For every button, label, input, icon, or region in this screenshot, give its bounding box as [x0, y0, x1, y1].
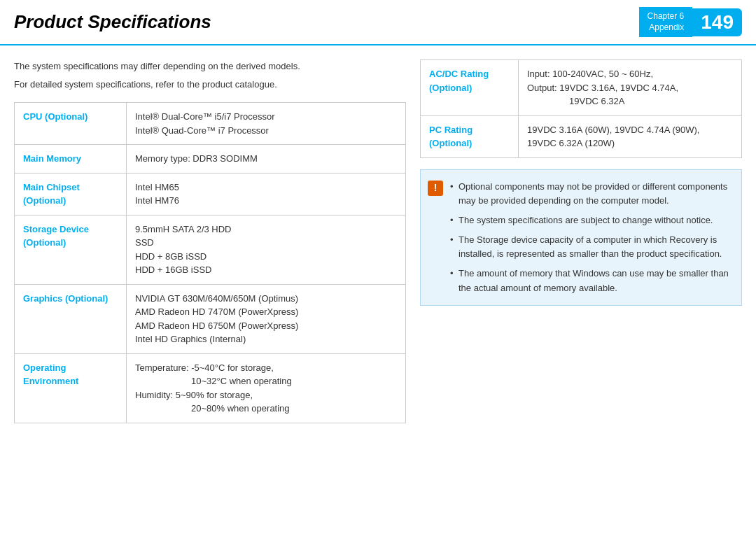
chapter-badge: Chapter 6Appendix 149 [639, 7, 742, 37]
page-title: Product Specifications [14, 11, 211, 33]
spec-label: OperatingEnvironment [15, 353, 127, 423]
spec-row: CPU (Optional)Intel® Dual-Core™ i5/i7 Pr… [15, 103, 406, 145]
spec-value: Intel HM65Intel HM76 [127, 173, 406, 215]
intro-line2: For detailed system specifications, refe… [14, 78, 406, 92]
rating-label: PC Rating(Optional) [421, 115, 519, 157]
specs-table: CPU (Optional)Intel® Dual-Core™ i5/i7 Pr… [14, 102, 406, 423]
spec-label: Storage Device(Optional) [15, 215, 127, 284]
spec-row: Storage Device(Optional)9.5mmH SATA 2/3 … [15, 215, 406, 284]
spec-row: Main Chipset(Optional)Intel HM65Intel HM… [15, 173, 406, 215]
spec-value: 9.5mmH SATA 2/3 HDDSSDHDD + 8GB iSSDHDD … [127, 215, 406, 284]
spec-label: Main Chipset(Optional) [15, 173, 127, 215]
spec-value: Memory type: DDR3 SODIMM [127, 145, 406, 174]
spec-label: Graphics (Optional) [15, 284, 127, 353]
spec-value: Temperature: -5~40°C for storage,10~32°C… [127, 353, 406, 423]
spec-row: Main MemoryMemory type: DDR3 SODIMM [15, 145, 406, 174]
spec-label: Main Memory [15, 145, 127, 174]
notice-icon: ! [428, 181, 443, 196]
rating-row: PC Rating(Optional)19VDC 3.16A (60W), 19… [421, 115, 742, 157]
spec-row: OperatingEnvironmentTemperature: -5~40°C… [15, 353, 406, 423]
notice-item: The Storage device capacity of a compute… [450, 233, 732, 261]
spec-row: Graphics (Optional)NVIDIA GT 630M/640M/6… [15, 284, 406, 353]
notice-box: ! Optional components may not be provide… [420, 169, 742, 306]
notice-item: The system specifications are subject to… [450, 213, 732, 227]
rating-table: AC/DC Rating(Optional)Input: 100-240VAC,… [420, 59, 742, 158]
spec-value: Intel® Dual-Core™ i5/i7 ProcessorIntel® … [127, 103, 406, 145]
main-content: The system specifications may differ dep… [0, 45, 756, 430]
rating-value: Input: 100-240VAC, 50 ~ 60Hz,Output: 19V… [519, 60, 742, 116]
spec-value: NVIDIA GT 630M/640M/650M (Optimus)AMD Ra… [127, 284, 406, 353]
notice-list: Optional components may not be provided … [450, 180, 732, 295]
rating-value: 19VDC 3.16A (60W), 19VDC 4.74A (90W),19V… [519, 115, 742, 157]
chapter-label: Chapter 6Appendix [639, 7, 693, 37]
notice-item: Optional components may not be provided … [450, 180, 732, 208]
left-column: The system specifications may differ dep… [14, 59, 406, 423]
notice-item: The amount of memory that Windows can us… [450, 267, 732, 295]
intro-line1: The system specifications may differ dep… [14, 59, 406, 73]
intro-text: The system specifications may differ dep… [14, 59, 406, 91]
right-column: AC/DC Rating(Optional)Input: 100-240VAC,… [420, 59, 742, 423]
spec-label: CPU (Optional) [15, 103, 127, 145]
page-header: Product Specifications Chapter 6Appendix… [0, 0, 756, 45]
rating-label: AC/DC Rating(Optional) [421, 60, 519, 116]
rating-row: AC/DC Rating(Optional)Input: 100-240VAC,… [421, 60, 742, 116]
chapter-number: 149 [692, 8, 742, 36]
